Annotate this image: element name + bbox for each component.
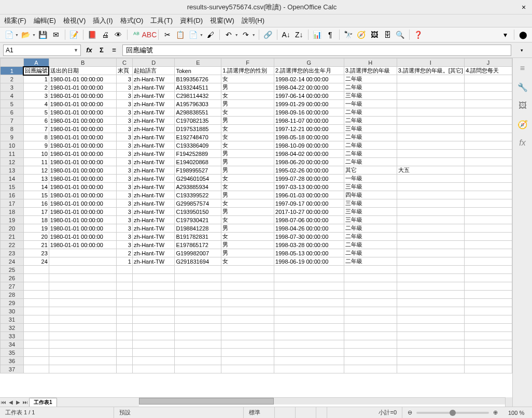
cell[interactable] [132,357,175,365]
row-header[interactable]: 30 [1,307,24,315]
cell[interactable] [49,299,117,307]
tab-prev-icon[interactable]: ◀ [7,399,15,405]
cell[interactable] [465,108,512,117]
menu-view[interactable]: 檢視(V) [63,16,86,25]
cell[interactable] [274,349,344,357]
cell[interactable] [465,282,512,291]
cell[interactable]: 1980-01-01 00:00:00 [49,224,117,233]
cell[interactable] [344,357,397,365]
cell[interactable] [132,307,175,315]
cell[interactable]: 3 [117,216,133,224]
cell[interactable] [274,291,344,299]
cell[interactable]: 二年級 [344,133,397,141]
cell[interactable] [397,92,465,100]
cell[interactable]: 1.請選擇您的性別 [221,67,274,75]
cell[interactable] [465,224,512,233]
cell[interactable] [465,249,512,257]
cell[interactable]: 1998-04-26 00:00:00 [274,224,344,233]
cell[interactable]: zh-Hant-TW [132,108,175,117]
cell[interactable]: 1997-12-21 00:00:00 [274,125,344,133]
sheet-tab-1[interactable]: 工作表1 [29,398,57,407]
column-header-F[interactable]: F [221,59,274,67]
sort-asc-icon[interactable]: A↓ [281,29,292,40]
column-header-B[interactable]: B [49,59,117,67]
cell[interactable]: 女 [221,133,274,141]
sum-icon[interactable]: Σ [96,45,107,55]
cell[interactable]: 1980-01-01 00:00:00 [49,108,117,117]
zoom-percent[interactable]: 100 % [503,407,532,418]
cell[interactable] [175,332,221,340]
cell[interactable]: 3.請選擇您的年級。[其它] [397,67,465,75]
cell[interactable] [49,307,117,315]
cell[interactable]: 男 [221,150,274,158]
function-wizard-icon[interactable]: fx [84,45,94,55]
cell[interactable]: 1998-09-16 00:00:00 [274,108,344,117]
cell[interactable] [23,365,49,373]
cell[interactable] [465,92,512,100]
cell[interactable]: 1998-07-06 00:00:00 [274,216,344,224]
cell[interactable]: zh-Hant-TW [132,150,175,158]
cell[interactable] [175,349,221,357]
cell[interactable] [132,282,175,291]
row-header[interactable]: 8 [1,125,24,133]
cell[interactable] [274,365,344,373]
cell[interactable]: 三年級 [344,208,397,216]
cell[interactable] [117,332,133,340]
cell[interactable] [465,158,512,166]
sort-desc-icon[interactable]: Z↓ [293,29,305,40]
cell[interactable]: 1999-01-29 00:00:00 [274,100,344,108]
cell[interactable]: 3 [117,100,133,108]
cell[interactable] [49,282,117,291]
cell[interactable] [175,299,221,307]
cell[interactable]: 男 [221,100,274,108]
row-header[interactable]: 3 [1,83,24,92]
row-header[interactable]: 24 [1,257,24,266]
cell[interactable] [465,315,512,324]
cell[interactable] [397,274,465,282]
cell[interactable]: 2 [117,249,133,257]
cell[interactable] [274,266,344,274]
cell[interactable]: 1 [23,75,49,83]
cell[interactable] [397,100,465,108]
cell[interactable]: 二年級 [344,83,397,92]
cell[interactable]: 8 [23,133,49,141]
zoom-slider[interactable] [416,412,489,414]
cell[interactable] [397,83,465,92]
cell[interactable]: 1980-01-01 00:00:00 [49,199,117,208]
navigator-icon[interactable]: 🧭 [356,29,367,40]
cell[interactable]: 二年級 [344,241,397,249]
cell[interactable] [117,282,133,291]
spellcheck-icon[interactable]: ᴬᴮ [131,29,142,40]
toolbar-overflow-icon[interactable]: ▾ [499,29,511,40]
cell[interactable]: zh-Hant-TW [132,233,175,241]
cell[interactable] [397,141,465,150]
sidebar-properties-icon[interactable]: ≡ [516,62,529,75]
cell[interactable] [132,266,175,274]
row-header[interactable]: 36 [1,357,24,365]
cell[interactable]: 3 [117,208,133,216]
cell[interactable]: 1998-04-22 00:00:00 [274,83,344,92]
cell[interactable]: 女 [221,141,274,150]
cell[interactable] [175,315,221,324]
cell[interactable] [221,291,274,299]
cell[interactable] [23,349,49,357]
cell[interactable]: E192748470 [175,133,221,141]
cell[interactable] [23,340,49,349]
cell[interactable]: D197531885 [175,125,221,133]
cell[interactable]: 1998-11-07 00:00:00 [274,117,344,125]
cell[interactable]: zh-Hant-TW [132,166,175,175]
cell[interactable] [274,307,344,315]
tab-next-icon[interactable]: ▶ [15,399,22,405]
cell[interactable] [465,357,512,365]
datasource-icon[interactable]: 🗄 [382,29,393,40]
cell[interactable] [465,257,512,266]
cell[interactable]: zh-Hant-TW [132,75,175,83]
cell[interactable] [175,274,221,282]
cell[interactable] [465,241,512,249]
cell[interactable]: Token [175,67,221,75]
cell[interactable] [344,299,397,307]
cell[interactable]: 1980-01-01 00:00:00 [49,150,117,158]
row-header[interactable]: 1 [1,67,24,75]
row-header[interactable]: 27 [1,282,24,291]
cell[interactable] [397,117,465,125]
